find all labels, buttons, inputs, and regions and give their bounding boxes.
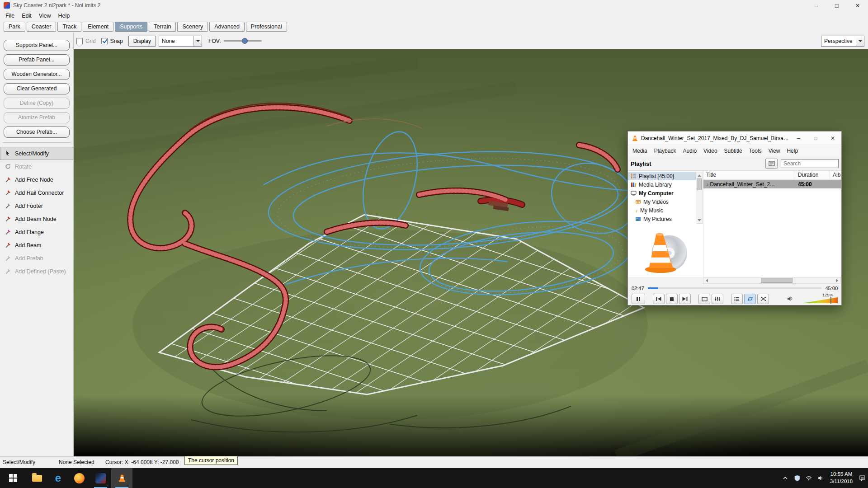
vlc-window[interactable]: Dancehall_Winter_Set_2017_Mixed_By_DJ_Sa… (627, 131, 842, 305)
volume-icon[interactable] (815, 468, 826, 488)
next-button[interactable] (679, 294, 691, 304)
playlist-toggle-button[interactable] (731, 294, 743, 304)
vlc-menu-media[interactable]: Media (632, 148, 647, 154)
tab-professional[interactable]: Professional (246, 22, 287, 32)
tree-item-my-videos[interactable]: My Videos (628, 197, 696, 206)
snap-checkbox[interactable] (101, 38, 108, 44)
vlc-menu-help[interactable]: Help (787, 148, 798, 154)
taskbar-clock[interactable]: 10:55 AM 3/11/2018 (826, 471, 856, 485)
nolimits-app-icon (4, 2, 10, 9)
seek-bar[interactable] (648, 287, 822, 289)
tool-add-beam[interactable]: Add Beam (0, 239, 73, 252)
fov-slider[interactable] (224, 40, 262, 42)
tree-item-my-pictures[interactable]: My Pictures (628, 215, 696, 222)
clear-generated-button[interactable]: Clear Generated (4, 83, 70, 94)
vlc-menu-tools[interactable]: Tools (749, 148, 762, 154)
taskbar-file-explorer[interactable] (26, 468, 47, 488)
tab-track[interactable]: Track (57, 22, 81, 32)
status-bar: Select/Modify None Selected Cursor: X: -… (0, 456, 868, 468)
taskbar-firefox[interactable] (69, 468, 90, 488)
sidebar-divider (3, 142, 71, 143)
display-button[interactable]: Display (128, 36, 156, 47)
menu-file[interactable]: File (2, 12, 18, 20)
tool-select-modify[interactable]: Select/Modify (0, 147, 73, 160)
scroll-up-icon[interactable] (696, 172, 702, 178)
prefab-panel-button[interactable]: Prefab Panel... (4, 54, 70, 66)
vlc-titlebar[interactable]: Dancehall_Winter_Set_2017_Mixed_By_DJ_Sa… (628, 131, 841, 145)
vlc-menu-playback[interactable]: Playback (654, 148, 676, 154)
scrollbar-thumb[interactable] (697, 178, 702, 190)
defender-shield-icon[interactable] (791, 468, 803, 488)
tree-item-my-music[interactable]: ♪ My Music (628, 206, 696, 215)
maximize-button[interactable]: □ (826, 0, 847, 11)
tab-advanced[interactable]: Advanced (209, 22, 245, 32)
scroll-down-icon[interactable] (696, 217, 702, 223)
column-title[interactable]: Title (703, 171, 795, 179)
network-icon[interactable] (803, 468, 815, 488)
mode-dropdown[interactable]: None (159, 36, 202, 47)
axe-gray-icon (5, 202, 11, 209)
stop-button[interactable] (666, 294, 678, 304)
volume-slider-handle[interactable] (830, 297, 831, 304)
tree-item-playlist[interactable]: Playlist [45:00] (628, 172, 696, 180)
grid-checkbox[interactable] (76, 38, 83, 44)
pause-button[interactable] (632, 294, 645, 304)
start-button[interactable] (0, 468, 26, 488)
vlc-menu-video[interactable]: Video (703, 148, 717, 154)
chevron-up-icon[interactable] (779, 468, 791, 488)
scroll-right-icon[interactable] (834, 277, 840, 283)
vlc-search-input[interactable] (781, 159, 839, 168)
projection-dropdown[interactable]: Perspective (821, 36, 864, 47)
tab-coaster[interactable]: Coaster (27, 22, 57, 32)
column-duration[interactable]: Duration (795, 171, 830, 179)
shuffle-button[interactable] (757, 294, 769, 304)
fov-slider-handle[interactable] (242, 38, 248, 44)
close-button[interactable]: ✕ (847, 0, 868, 11)
tab-scenery[interactable]: Scenery (177, 22, 208, 32)
volume-control[interactable]: 125% (787, 293, 838, 305)
taskbar-vlc[interactable] (111, 468, 132, 488)
vlc-view-toggle-button[interactable] (765, 159, 778, 169)
tab-supports[interactable]: Supports (115, 22, 147, 32)
row-duration-cell: 45:00 (795, 181, 830, 188)
loop-button[interactable] (744, 294, 756, 304)
tab-element[interactable]: Element (83, 22, 113, 32)
wooden-generator-button[interactable]: Wooden Generator... (4, 69, 70, 80)
minimize-button[interactable]: – (806, 0, 826, 11)
vlc-minimize-button[interactable]: – (790, 131, 807, 145)
vlc-tree-scrollbar[interactable] (696, 172, 703, 224)
previous-button[interactable] (653, 294, 665, 304)
taskbar-nolimits[interactable] (90, 468, 111, 488)
tool-add-beam-node[interactable]: Add Beam Node (0, 212, 73, 225)
tool-add-free-node[interactable]: Add Free Node (0, 173, 73, 186)
tree-item-my-computer[interactable]: My Computer (628, 189, 696, 197)
column-album[interactable]: Alb (830, 171, 841, 179)
scrollbar-thumb[interactable] (761, 278, 793, 283)
menu-help[interactable]: Help (55, 12, 74, 20)
extended-settings-button[interactable] (712, 294, 723, 304)
menu-view[interactable]: View (35, 12, 55, 20)
scroll-left-icon[interactable] (703, 277, 709, 283)
computer-icon (631, 190, 637, 196)
tool-add-footer[interactable]: Add Footer (0, 199, 73, 212)
vlc-table-hscrollbar[interactable] (703, 277, 840, 284)
tab-terrain[interactable]: Terrain (149, 22, 176, 32)
table-row[interactable]: ♪Dancehall_Winter_Set_2... 45:00 (703, 180, 841, 188)
projection-dropdown-value: Perspective (821, 38, 856, 44)
vlc-maximize-button[interactable]: □ (807, 131, 824, 145)
vlc-close-button[interactable]: ✕ (824, 131, 841, 145)
tool-add-rail-connector[interactable]: Add Rail Connector (0, 186, 73, 199)
tree-item-media-library[interactable]: Media Library (628, 180, 696, 189)
tool-add-flange[interactable]: Add Flange (0, 225, 73, 239)
volume-slider[interactable] (802, 297, 838, 303)
action-center-icon[interactable] (856, 468, 868, 488)
menu-edit[interactable]: Edit (18, 12, 35, 20)
vlc-menu-audio[interactable]: Audio (683, 148, 697, 154)
vlc-menu-view[interactable]: View (769, 148, 780, 154)
tab-park[interactable]: Park (4, 22, 25, 32)
fullscreen-button[interactable] (698, 294, 710, 304)
taskbar-edge[interactable]: e (47, 468, 69, 488)
vlc-menu-subtitle[interactable]: Subtitle (724, 148, 742, 154)
supports-panel-button[interactable]: Supports Panel... (4, 40, 70, 51)
choose-prefab-button[interactable]: Choose Prefab... (4, 127, 70, 138)
